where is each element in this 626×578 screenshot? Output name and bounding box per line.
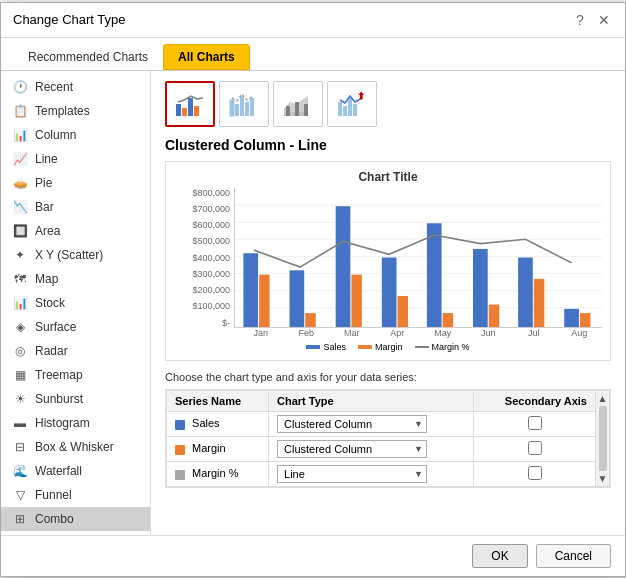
sidebar-item-area[interactable]: 🔲Area [1,219,150,243]
col-secondary-axis: Secondary Axis [474,390,596,411]
svg-rect-13 [304,104,308,116]
title-bar: Change Chart Type ? ✕ [1,3,625,38]
series-table-container: Series Name Chart Type Secondary Axis Sa… [165,389,611,488]
svg-rect-39 [564,308,579,326]
svg-rect-40 [580,313,590,327]
svg-rect-3 [194,106,199,116]
margin-secondary-axis-checkbox[interactable] [528,441,542,455]
sidebar-icon-combo: ⊞ [11,512,29,526]
margin-pct-color-dot [175,470,185,480]
sidebar-item-column[interactable]: 📊Column [1,123,150,147]
sidebar-item-map[interactable]: 🗺Map [1,267,150,291]
sidebar-item-combo[interactable]: ⊞Combo [1,507,150,531]
sidebar-item-waterfall[interactable]: 🌊Waterfall [1,459,150,483]
sidebar-item-templates[interactable]: 📋Templates [1,99,150,123]
svg-rect-6 [240,96,244,116]
margin-pct-chart-type-select[interactable]: Clustered Column Stacked Column Line Are… [277,465,427,483]
sidebar-item-histogram[interactable]: ▬Histogram [1,411,150,435]
chart-type-icons-row [165,81,611,127]
sidebar-item-box_whisker[interactable]: ⊟Box & Whisker [1,435,150,459]
svg-rect-17 [353,104,357,116]
sidebar-label-xy_scatter: X Y (Scatter) [35,248,103,262]
tabs-row: Recommended Charts All Charts [1,38,625,71]
title-bar-controls: ? ✕ [571,11,613,29]
svg-rect-5 [235,104,239,116]
sidebar-item-pie[interactable]: 🥧Pie [1,171,150,195]
svg-rect-11 [286,106,290,116]
legend-sales: Sales [306,342,346,352]
sales-secondary-axis-checkbox[interactable] [528,416,542,430]
chart-icon-combo-3[interactable] [273,81,323,127]
scroll-thumb[interactable] [599,406,607,471]
svg-rect-25 [243,253,258,327]
svg-rect-33 [427,223,442,327]
x-axis-labels: Jan Feb Mar Apr May Jun Jul Aug [238,328,602,338]
svg-rect-37 [518,257,533,327]
sales-chart-type-select[interactable]: Clustered Column Stacked Column Line Are… [277,415,427,433]
margin-type-select-wrapper: Clustered Column Stacked Column Line Are… [277,440,427,458]
sidebar-label-column: Column [35,128,76,142]
sidebar-icon-bar: 📉 [11,200,29,214]
tab-all-charts[interactable]: All Charts [163,44,250,70]
margin-chart-type-select[interactable]: Clustered Column Stacked Column Line Are… [277,440,427,458]
margin-secondary-axis-cell [474,436,596,461]
scroll-down-arrow[interactable]: ▼ [598,473,608,484]
svg-rect-0 [176,104,181,116]
scroll-up-arrow[interactable]: ▲ [598,393,608,404]
sidebar-icon-surface: ◈ [11,320,29,334]
svg-rect-31 [382,257,397,327]
svg-rect-38 [534,278,544,326]
cancel-button[interactable]: Cancel [536,544,611,568]
legend-sales-color [306,345,320,349]
sidebar-icon-line: 📈 [11,152,29,166]
sidebar-item-stock[interactable]: 📊Stock [1,291,150,315]
margin-pct-secondary-axis-checkbox[interactable] [528,466,542,480]
series-name-margin: Margin [167,436,269,461]
help-button[interactable]: ? [571,11,589,29]
sidebar-item-xy_scatter[interactable]: ✦X Y (Scatter) [1,243,150,267]
sidebar-label-combo: Combo [35,512,74,526]
sidebar-label-surface: Surface [35,320,76,334]
sidebar-item-surface[interactable]: ◈Surface [1,315,150,339]
sidebar-item-funnel[interactable]: ▽Funnel [1,483,150,507]
col-series-name: Series Name [167,390,269,411]
svg-rect-16 [348,98,352,116]
sidebar-item-radar[interactable]: ◎Radar [1,339,150,363]
series-chart-type-margin: Clustered Column Stacked Column Line Are… [269,436,474,461]
table-row: Sales Clustered Column Stacked Column Li… [167,411,596,436]
svg-rect-7 [245,102,249,116]
ok-button[interactable]: OK [472,544,527,568]
close-button[interactable]: ✕ [595,11,613,29]
chart-preview: Chart Title $800,000 $700,000 $600,000 $… [165,161,611,361]
svg-rect-30 [351,274,361,326]
sidebar-label-box_whisker: Box & Whisker [35,440,114,454]
col-chart-type: Chart Type [269,390,474,411]
y-axis: $800,000 $700,000 $600,000 $500,000 $400… [174,188,234,328]
table-scrollbar[interactable]: ▲ ▼ [596,390,610,487]
dialog-title: Change Chart Type [13,12,126,27]
sidebar-icon-histogram: ▬ [11,416,29,430]
sidebar-label-histogram: Histogram [35,416,90,430]
sidebar-icon-recent: 🕐 [11,80,29,94]
sidebar-label-waterfall: Waterfall [35,464,82,478]
tab-recommended[interactable]: Recommended Charts [13,44,163,70]
bars-svg-area [234,188,602,328]
sidebar-item-sunburst[interactable]: ☀Sunburst [1,387,150,411]
chart-icon-combo-2[interactable] [219,81,269,127]
chart-icon-combo-1[interactable] [165,81,215,127]
sidebar-item-treemap[interactable]: ▦Treemap [1,363,150,387]
change-chart-type-dialog: Change Chart Type ? ✕ Recommended Charts… [0,2,626,577]
series-table: Series Name Chart Type Secondary Axis Sa… [166,390,596,487]
sidebar-item-bar[interactable]: 📉Bar [1,195,150,219]
chart-icon-combo-4[interactable] [327,81,377,127]
sidebar-item-line[interactable]: 📈Line [1,147,150,171]
svg-rect-34 [443,313,453,327]
content-area: 🕐Recent📋Templates📊Column📈Line🥧Pie📉Bar🔲Ar… [1,71,625,535]
svg-rect-36 [489,304,499,326]
series-name-sales: Sales [167,411,269,436]
svg-rect-8 [250,98,254,116]
sidebar-label-map: Map [35,272,58,286]
sidebar-item-recent[interactable]: 🕐Recent [1,75,150,99]
chart-legend: Sales Margin Margin % [174,342,602,352]
sidebar-icon-area: 🔲 [11,224,29,238]
